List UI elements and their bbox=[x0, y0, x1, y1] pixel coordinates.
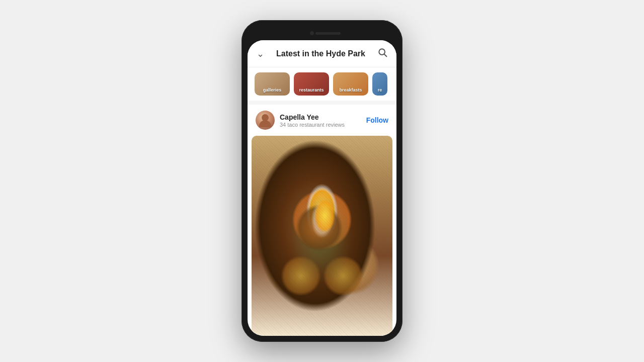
phone-device: ⌄ Latest in the Hyde Park galleries rest… bbox=[242, 20, 403, 342]
user-name[interactable]: Capella Yee bbox=[280, 113, 345, 121]
category-label-breakfasts: breakfasts bbox=[333, 87, 368, 93]
user-text: Capella Yee 34 taco restaurant reviews bbox=[280, 113, 345, 128]
category-label-re: re bbox=[372, 87, 387, 93]
feed: Capella Yee 34 taco restaurant reviews F… bbox=[248, 105, 396, 336]
category-pill-galleries[interactable]: galleries bbox=[255, 72, 290, 96]
category-label-restaurants: restaurants bbox=[294, 87, 329, 93]
search-icon[interactable] bbox=[377, 47, 387, 60]
phone-top-bar bbox=[248, 26, 396, 40]
avatar[interactable] bbox=[256, 111, 275, 130]
phone-screen: ⌄ Latest in the Hyde Park galleries rest… bbox=[248, 40, 396, 336]
navbar-title: Latest in the Hyde Park bbox=[276, 49, 365, 58]
phone-speaker bbox=[315, 32, 341, 35]
svg-line-1 bbox=[384, 54, 387, 57]
chevron-down-icon[interactable]: ⌄ bbox=[257, 48, 264, 59]
category-row: galleries restaurants breakfasts re bbox=[248, 67, 396, 101]
category-label-galleries: galleries bbox=[255, 87, 290, 93]
avatar-image bbox=[256, 111, 275, 130]
food-image-container[interactable] bbox=[252, 136, 392, 336]
user-subtitle: 34 taco restaurant reviews bbox=[280, 122, 345, 128]
phone-camera bbox=[310, 31, 314, 35]
section-divider bbox=[248, 101, 396, 105]
food-image bbox=[252, 136, 392, 336]
navbar: ⌄ Latest in the Hyde Park bbox=[248, 40, 396, 67]
category-pill-restaurants[interactable]: restaurants bbox=[294, 72, 329, 96]
user-card: Capella Yee 34 taco restaurant reviews F… bbox=[248, 105, 396, 136]
follow-button[interactable]: Follow bbox=[366, 116, 388, 124]
category-pill-re[interactable]: re bbox=[372, 72, 387, 96]
user-info: Capella Yee 34 taco restaurant reviews bbox=[256, 111, 345, 130]
category-pill-breakfasts[interactable]: breakfasts bbox=[333, 72, 368, 96]
